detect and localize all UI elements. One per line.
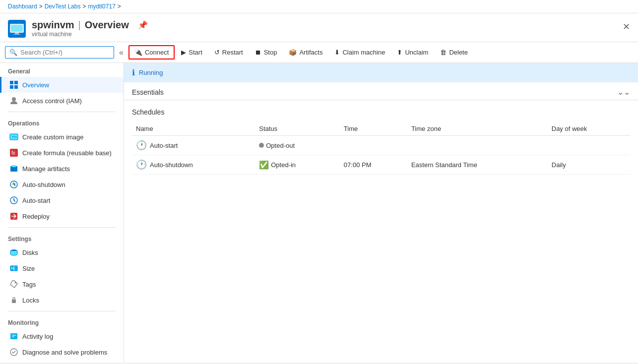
sidebar-item-auto-shutdown[interactable]: Auto-shutdown (0, 177, 124, 192)
section-general: General (0, 63, 124, 77)
restart-icon: ↺ (214, 49, 220, 56)
sidebar-create-image-label: Create custom image (22, 133, 84, 141)
search-input[interactable] (20, 49, 110, 56)
collapse-button[interactable]: « (116, 47, 127, 58)
sidebar-tags-label: Tags (22, 281, 36, 288)
svg-point-8 (12, 97, 16, 101)
status-text: Running (139, 69, 163, 76)
status-info-icon: ℹ (132, 68, 135, 77)
schedule-name-cell: 🕐Auto-start (132, 136, 255, 155)
resource-type: virtual machine (32, 31, 148, 38)
table-row: 🕐Auto-startOpted-out (132, 136, 630, 155)
sidebar-redeploy-label: Redeploy (22, 213, 50, 220)
tags-icon (9, 280, 18, 289)
formula-icon: fx (9, 148, 18, 157)
schedule-name: Auto-start (150, 142, 178, 149)
start-icon: ▶ (181, 49, 186, 56)
delete-button[interactable]: 🗑 Delete (435, 46, 473, 59)
svg-rect-22 (12, 300, 16, 303)
auto-shutdown-icon (9, 180, 18, 189)
clock-icon: 🕐 (136, 140, 147, 151)
svg-rect-3 (13, 34, 21, 35)
sidebar-item-auto-start[interactable]: Auto-start (0, 192, 124, 208)
section-settings: Settings (0, 231, 124, 244)
unclaim-icon: ⬆ (397, 49, 402, 56)
content-area: General Overview Access control (IAM) Op… (0, 63, 638, 363)
essentials-header[interactable]: Essentials ⌄⌄ (124, 82, 638, 100)
diagnose-icon (9, 348, 18, 357)
svg-rect-7 (14, 85, 18, 89)
disks-icon (9, 248, 18, 257)
breadcrumb: Dashboard > DevTest Labs > mydtl0717 > (0, 0, 638, 13)
col-status: Status (255, 122, 340, 136)
title-separator: | (78, 19, 81, 31)
divider-settings (8, 227, 116, 228)
sidebar-item-overview[interactable]: Overview (0, 77, 124, 93)
col-time: Time (340, 122, 407, 136)
pin-icon[interactable]: 📌 (138, 20, 148, 30)
manage-artifacts-icon (9, 164, 18, 173)
sidebar-item-disks[interactable]: Disks (0, 244, 124, 260)
sidebar-item-create-custom-image[interactable]: Create custom image (0, 129, 124, 145)
svg-rect-13 (12, 165, 16, 167)
section-monitoring: Monitoring (0, 314, 124, 328)
toolbar: 🔌 Connect ▶ Start ↺ Restart ⏹ Stop 📦 Art… (128, 45, 633, 60)
schedule-day-cell: Daily (548, 155, 630, 175)
sidebar-activity-log-label: Activity log (22, 333, 53, 340)
start-button[interactable]: ▶ Start (176, 46, 207, 59)
breadcrumb-lab[interactable]: mydtl0717 (88, 3, 115, 10)
breadcrumb-devtest[interactable]: DevTest Labs (45, 3, 81, 10)
sidebar-item-manage-artifacts[interactable]: Manage artifacts (0, 161, 124, 177)
status-bar: ℹ Running (124, 63, 638, 82)
size-icon (9, 264, 18, 273)
claim-machine-button[interactable]: ⬇ Claim machine (329, 46, 390, 59)
schedules-section: Schedules Name Status Time Time zone Day… (124, 100, 638, 182)
close-button[interactable]: ✕ (623, 21, 630, 32)
claim-icon: ⬇ (334, 49, 340, 56)
essentials-expand-icon: ⌄⌄ (617, 87, 630, 97)
sidebar-auto-shutdown-label: Auto-shutdown (22, 181, 65, 188)
iam-icon (9, 96, 18, 105)
schedule-timezone-cell (407, 136, 548, 155)
section-operations: Operations (0, 115, 124, 129)
panel-header: spwinvm | Overview 📌 virtual machine ✕ (0, 13, 638, 42)
svg-rect-2 (15, 33, 19, 34)
vm-icon-svg (9, 21, 25, 37)
sidebar-item-tags[interactable]: Tags (0, 276, 124, 292)
search-box[interactable]: 🔍 (5, 46, 114, 59)
schedule-name-cell: 🕐Auto-shutdown (132, 155, 255, 175)
sidebar-formula-label: Create formula (reusable base) (22, 149, 112, 157)
sidebar-item-create-formula[interactable]: fx Create formula (reusable base) (0, 145, 124, 161)
svg-rect-5 (14, 81, 18, 84)
artifacts-button[interactable]: 📦 Artifacts (283, 46, 328, 59)
artifacts-icon: 📦 (289, 49, 297, 56)
connect-button[interactable]: 🔌 Connect (128, 45, 175, 60)
status-check-icon: ✅ (259, 160, 269, 170)
clock-icon: 🕐 (136, 159, 147, 170)
redeploy-icon (9, 212, 18, 221)
schedule-day-cell (548, 136, 630, 155)
svg-rect-4 (10, 81, 13, 84)
breadcrumb-dashboard[interactable]: Dashboard (8, 3, 37, 10)
sidebar-item-redeploy[interactable]: Redeploy (0, 208, 124, 224)
locks-icon (9, 296, 18, 304)
schedule-name: Auto-shutdown (150, 161, 193, 169)
sidebar-item-iam[interactable]: Access control (IAM) (0, 93, 124, 109)
svg-text:fx: fx (11, 150, 15, 156)
sidebar-item-locks[interactable]: Locks (0, 292, 124, 308)
auto-start-icon (9, 196, 18, 205)
sidebar-item-size[interactable]: Size (0, 260, 124, 276)
unclaim-button[interactable]: ⬆ Unclaim (391, 46, 434, 59)
schedule-time-cell: 07:00 PM (340, 155, 407, 175)
connect-icon: 🔌 (134, 49, 142, 56)
activity-log-icon (9, 332, 18, 341)
col-timezone: Time zone (407, 122, 548, 136)
stop-button[interactable]: ⏹ Stop (250, 46, 283, 59)
create-image-icon (9, 132, 18, 141)
sidebar-item-activity-log[interactable]: Activity log (0, 328, 124, 344)
sidebar-auto-start-label: Auto-start (22, 197, 50, 204)
restart-button[interactable]: ↺ Restart (209, 46, 249, 59)
sidebar-item-diagnose[interactable]: Diagnose and solve problems (0, 344, 124, 360)
sidebar-manage-artifacts-label: Manage artifacts (22, 165, 70, 173)
schedules-title: Schedules (132, 108, 630, 116)
